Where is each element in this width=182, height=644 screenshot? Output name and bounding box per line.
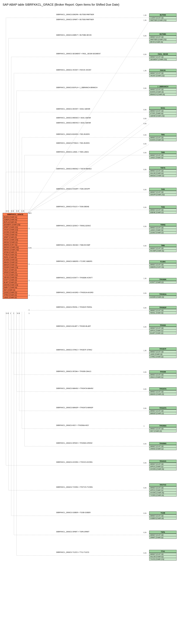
table-field: SAKNR [CHAR (10)]	[149, 114, 176, 117]
table-target: BUT000CLIENT [CLNT (3)]PARTNER [CHAR (10…	[149, 14, 176, 22]
cardinality: 0..N	[144, 408, 146, 409]
cardinality: 0..N	[17, 312, 20, 314]
table-field: GPART [CHAR (10)]	[3, 226, 28, 228]
table-field: KONTT [CHAR (2)]	[3, 278, 28, 281]
table-field: MANDT [CLNT (3)]	[149, 390, 176, 393]
edge-label: SIBRFKKCL_GRACE-FDLEV = T036-EBENE	[56, 206, 89, 208]
table-field: FDGRP [CHAR (10)]	[3, 266, 28, 268]
table-header: FAGL_SEGM	[149, 53, 176, 56]
table-field: KALSM [CHAR (6)]	[149, 172, 176, 174]
cardinality: 0..N	[144, 388, 146, 390]
table-field: MANDT [CLNT (3)]	[149, 191, 176, 193]
table-header: BUT000	[149, 14, 176, 16]
table-field: EMGPA [CHAR (10)]	[3, 284, 28, 286]
edge-label: SIBRFKKCL_GRACE-BUKRS = T001-BUKRS	[56, 133, 90, 135]
edge-label: SIBRFKKCL_GRACE-MWSKZ = T007A-MWSKZ	[56, 168, 92, 170]
table-field: GRUPP [CHAR (10)]	[149, 193, 176, 196]
table-field: MANDT [CLNT (3)]	[149, 208, 176, 211]
table-field: MANDT [CLNT (3)]	[149, 36, 176, 38]
cardinality: 0..N	[144, 307, 146, 309]
table-main: SIBRFKKCL_GRACE BUKRS [CHAR (4)]GSBER [C…	[3, 213, 28, 299]
edge-label: SIBRFKKCL_GRACE-VBUND = T880-RCOMP	[56, 244, 90, 246]
edge-label: SIBRFKKCL_GRACE-FDGRP = T035-GRUPP	[56, 188, 90, 190]
table-target: TCURCMANDT [CLNT (3)]WAERS [CUKY (5)]	[149, 260, 176, 268]
diagram-canvas: SIBRFKKCL_GRACE BUKRS [CHAR (4)]GSBER [C…	[2, 9, 180, 638]
cardinality: 1	[29, 312, 30, 314]
table-field: MANDT [CLNT (3)]	[149, 226, 176, 229]
table-header: TFK056S	[149, 442, 176, 445]
table-header: TFK056A	[149, 424, 176, 427]
cardinality: 1	[29, 228, 30, 229]
edge-label: SIBRFKKCL_GRACE-IKEY = TFK056A-IKEY	[56, 424, 89, 426]
edge-label: SIBRFKKCL_GRACE-MANSP = TFK047S-MANSP	[56, 407, 93, 408]
table-field: MAHNV [CHAR (2)]	[149, 393, 176, 395]
table-target: TFK056SMANDT [CLNT (3)]SPERZ [CHAR (1)]	[149, 442, 176, 450]
table-header: TFK007F	[149, 348, 176, 350]
table-field: IKEY [CHAR (2)]	[3, 288, 28, 291]
table-field: MANDT [CLNT (3)]	[149, 56, 176, 58]
table-field: VKONT [CHAR (12)]	[149, 74, 176, 77]
cardinality: 1..N	[144, 70, 146, 72]
table-field: PERSL [CHAR (4)]	[149, 312, 176, 314]
table-field: RCOMP [CHAR (6)]	[149, 250, 176, 252]
edge-label: SIBRFKKCL_GRACE-LANDL = T005-LAND1	[56, 151, 89, 153]
edge-label: SIBRFKKCL_GRACE-HKONT = SKA1-SAKNR	[56, 108, 90, 110]
table-target: BUT0BKMANDT [CLNT (3)]PARTNER [CHAR (10)…	[149, 33, 176, 43]
table-field: VKONT [CHAR (12)]	[3, 228, 28, 231]
cardinality: 0..N	[144, 226, 146, 227]
cardinality: 0..N	[11, 210, 14, 212]
cardinality: 1	[13, 312, 14, 314]
table-target: T001MANDT [CLNT (3)]BUKRS [CHAR (4)]	[149, 133, 176, 141]
table-header: TFK001A	[149, 293, 176, 296]
table-field: KALSM [CHAR (6)]	[149, 555, 176, 558]
table-field: WAERS [CUKY (5)]	[149, 266, 176, 268]
table-field: SPZAH [CHAR (1)]	[3, 251, 28, 254]
table-header: FKKVK	[149, 69, 176, 72]
table-field: PARTNER [CHAR (10)]	[149, 19, 176, 22]
table-field: APPLK [CHAR (1)]	[149, 465, 176, 468]
table-field: BUPLA [CHAR (4)]	[3, 221, 28, 223]
table-field: QSSKZ [CHAR (2)]	[3, 291, 28, 294]
page-title: SAP ABAP table SIBRFKKCL_GRACE {Broker R…	[3, 3, 180, 6]
table-header: TFK000K	[149, 278, 176, 281]
table-field: MANDT [CLNT (3)]	[149, 263, 176, 266]
edge-label: SIBRFKKCL_GRACE-WAERS = TCURC-WAERS	[56, 260, 92, 262]
table-field: MWSKO [CHAR (10)]	[3, 246, 28, 248]
edge-label: SIBRFKKCL_GRACE-MWVKO = SKA1-SAKNR	[56, 122, 91, 124]
table-field: BUKRS [CHAR (4)]	[3, 216, 28, 218]
cardinality: 0..N	[144, 189, 146, 190]
table-target: TFK056AMANDT [CLNT (3)]IKEY [CHAR (2)]	[149, 424, 176, 432]
cardinality: 0..N	[144, 245, 146, 247]
table-field: MANDT [CLNT (3)]	[149, 88, 176, 90]
table-field: STRKZ [CHAR (2)]	[149, 356, 176, 358]
table-target: J_1BBRANCHMANDT [CLNT (3)]BUKRS [CHAR (4…	[149, 85, 176, 96]
cardinality: 0..N	[144, 134, 146, 136]
cardinality: 0..N	[6, 210, 8, 212]
cardinality: 1..N	[144, 14, 146, 16]
table-field: PARTNER [CHAR (10)]	[149, 38, 176, 41]
table-field: STRKZ [CHAR (2)]	[3, 294, 28, 296]
edge-label: SIBRFKKCL_GRACE-GPART = BUT000-PARTNER	[56, 18, 94, 20]
table-field: PERSL [CHAR (4)]	[3, 256, 28, 258]
table-target: T880MANDT [CLNT (3)]RCOMP [CHAR (6)]	[149, 244, 176, 252]
table-target: T035MANDT [CLNT (3)]GRUPP [CHAR (10)]	[149, 188, 176, 196]
table-field: MANDT [CLNT (3)]	[149, 309, 176, 312]
table-target: T036MANDT [CLNT (3)]EBENE [CHAR (2)]	[149, 206, 176, 214]
table-header: TCURC	[149, 260, 176, 263]
cardinality: 1..N	[144, 350, 146, 352]
table-target: T007AMANDT [CLNT (3)]KALSM [CHAR (6)]MWS…	[149, 166, 176, 177]
table-header: TFK047S	[149, 407, 176, 410]
table-target: TFK003MANDT [CLNT (3)]APPLK [CHAR (1)]BL…	[149, 324, 176, 334]
table-field: GSBER [CHAR (4)]	[149, 517, 176, 520]
table-field: BUKRS [CHAR (4)]	[149, 90, 176, 93]
table-header: T036	[149, 206, 176, 208]
cardinality: 1	[29, 280, 30, 281]
cardinality: 0..N	[144, 54, 146, 55]
table-target: TFK047AMANDT [CLNT (3)]MAHNV [CHAR (2)]	[149, 387, 176, 396]
table-field: MANDT [CLNT (3)]	[149, 514, 176, 517]
table-target: TFKTVOMANDT [CLNT (3)]APPLK [CHAR (1)]HV…	[149, 483, 176, 496]
edge-label: SIBRFKKCL_GRACE-MWSKO = SKA1-SAKNR	[56, 117, 91, 119]
cardinality: 1	[29, 309, 30, 311]
table-field: MWSKZ [CHAR (2)]	[149, 174, 176, 177]
cardinality: 1	[29, 263, 30, 265]
